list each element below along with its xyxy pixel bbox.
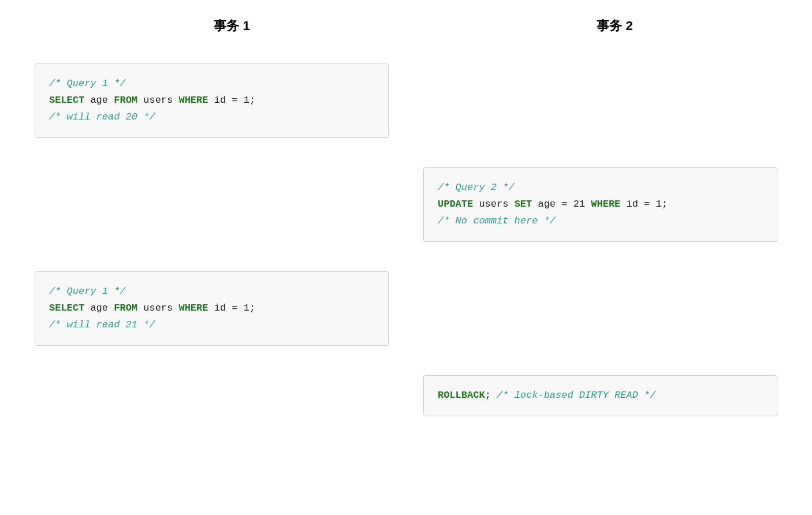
code-line-select-1: SELECT age FROM users WHERE id = 1;	[49, 92, 374, 109]
col1-row3: /* Query 1 */ SELECT age FROM users WHER…	[23, 260, 406, 357]
transaction-1-header: 事务 1	[23, 17, 406, 35]
transaction-2-header: 事务 2	[406, 17, 789, 35]
code-line-result-2: /* will read 21 */	[49, 317, 374, 334]
col2-row3-empty	[406, 260, 789, 283]
code-line-comment-3: /* Query 1 */	[49, 283, 374, 300]
col2-row2: /* Query 2 */ UPDATE users SET age = 21 …	[406, 156, 789, 253]
code-line-select-2: SELECT age FROM users WHERE id = 1;	[49, 300, 374, 317]
code-block-2: /* Query 2 */ UPDATE users SET age = 21 …	[423, 167, 777, 242]
col2-row4: ROLLBACK; /* lock-based DIRTY READ */	[406, 364, 789, 428]
col1-row2-empty	[23, 156, 406, 179]
code-line-update: UPDATE users SET age = 21 WHERE id = 1;	[438, 196, 763, 213]
code-line-comment-2: /* Query 2 */	[438, 180, 763, 196]
col1-row1: /* Query 1 */ SELECT age FROM users WHER…	[23, 52, 406, 150]
code-line-no-commit: /* No commit here */	[438, 213, 763, 230]
code-block-4: ROLLBACK; /* lock-based DIRTY READ */	[423, 375, 777, 416]
code-line-comment-1: /* Query 1 */	[49, 76, 374, 92]
timeline: /* Query 1 */ SELECT age FROM users WHER…	[23, 52, 789, 468]
timeline-row-3: /* Query 1 */ SELECT age FROM users WHER…	[23, 260, 789, 364]
timeline-row-1: /* Query 1 */ SELECT age FROM users WHER…	[23, 52, 789, 156]
code-line-rollback: ROLLBACK; /* lock-based DIRTY READ */	[438, 387, 763, 404]
timeline-row-4: ROLLBACK; /* lock-based DIRTY READ */	[23, 364, 789, 468]
code-block-1: /* Query 1 */ SELECT age FROM users WHER…	[35, 64, 389, 138]
col1-row4-empty	[23, 364, 406, 387]
col2-row1-empty	[406, 52, 789, 75]
code-line-result-1: /* will read 20 */	[49, 109, 374, 126]
timeline-row-2: /* Query 2 */ UPDATE users SET age = 21 …	[23, 156, 789, 260]
code-block-3: /* Query 1 */ SELECT age FROM users WHER…	[35, 271, 389, 346]
